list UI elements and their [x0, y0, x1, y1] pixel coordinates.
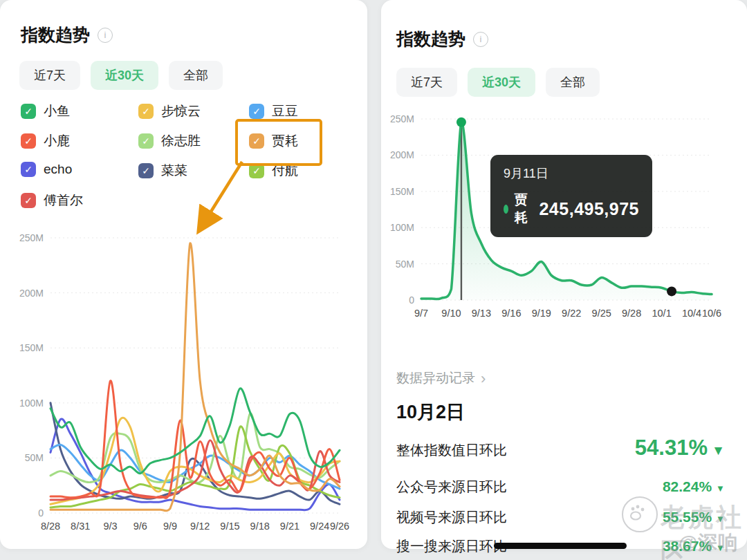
stat-value: 38.67%: [663, 538, 712, 554]
stat-row-overall: 整体指数值日环比 54.31%▼: [396, 436, 725, 460]
svg-text:0: 0: [409, 295, 414, 306]
chevron-right-icon: ›: [481, 372, 486, 385]
legend-label: 菜菜: [161, 162, 187, 180]
stat-label: 视频号来源日环比: [396, 508, 507, 527]
svg-text:200M: 200M: [390, 149, 414, 160]
stat-row-official-account: 公众号来源日环比 82.24%▼: [396, 478, 725, 496]
checkbox-icon: ✓: [249, 104, 264, 119]
svg-text:8/28: 8/28: [41, 521, 60, 532]
legend-item[interactable]: ✓傅首尔: [21, 192, 83, 209]
legend-label: 付航: [272, 162, 298, 180]
tab-last7days[interactable]: 近7天: [396, 68, 457, 97]
svg-text:9/18: 9/18: [250, 521, 270, 532]
page-title: 指数趋势 i: [396, 28, 488, 50]
legend-label: 豆豆: [272, 102, 298, 120]
stat-label: 公众号来源日环比: [396, 478, 507, 496]
svg-text:9/26: 9/26: [330, 521, 349, 532]
info-icon[interactable]: i: [473, 32, 488, 47]
svg-text:9/12: 9/12: [190, 521, 210, 532]
tooltip-value: 245,495,975: [539, 199, 639, 219]
page: { "left_panel": { "title": "指数趋势", "tabs…: [0, 0, 747, 560]
svg-text:0: 0: [38, 507, 44, 519]
legend-item-highlighted[interactable]: ✓贾耗: [249, 132, 298, 150]
anomaly-records-link[interactable]: 数据异动记录 ›: [396, 369, 486, 387]
legend-item[interactable]: ✓徐志胜: [138, 132, 201, 150]
checkbox-icon: ✓: [138, 133, 154, 149]
trend-panel-single: 指数趋势 i 近7天 近30天 全部 050M100M150M200M250M9…: [381, 0, 747, 549]
legend-label: 徐志胜: [161, 132, 201, 150]
trend-panel-multi: 指数趋势 i 近7天 近30天 全部 ✓小鱼 ✓步惊云 ✓豆豆 ✓小鹿 ✓徐志胜…: [0, 0, 367, 549]
legend-item[interactable]: ✓步惊云: [138, 102, 201, 120]
checkbox-icon: ✓: [21, 133, 36, 149]
svg-text:150M: 150M: [19, 342, 44, 353]
legend-item[interactable]: ✓小鹿: [21, 132, 70, 150]
legend-item[interactable]: ✓付航: [249, 162, 298, 180]
legend-item[interactable]: ✓豆豆: [249, 102, 298, 120]
tab-last30days[interactable]: 近30天: [468, 68, 535, 97]
checkbox-icon: ✓: [249, 163, 264, 178]
tab-all[interactable]: 全部: [546, 68, 600, 97]
stat-value: 54.31%: [635, 436, 708, 460]
svg-text:9/13: 9/13: [472, 308, 491, 319]
checkbox-icon: ✓: [21, 104, 36, 119]
svg-text:150M: 150M: [390, 186, 414, 197]
chart-tooltip: 9月11日 贾耗 245,495,975: [490, 155, 652, 237]
down-triangle-icon: ▼: [716, 514, 725, 524]
tooltip-series-name: 贾耗: [515, 191, 528, 227]
svg-text:9/9: 9/9: [163, 521, 177, 532]
svg-text:9/6: 9/6: [133, 521, 147, 532]
series-legend: ✓小鱼 ✓步惊云 ✓豆豆 ✓小鹿 ✓徐志胜 ✓贾耗 ✓echo ✓菜菜 ✓付航 …: [21, 102, 353, 221]
svg-text:9/22: 9/22: [562, 308, 581, 319]
tab-all[interactable]: 全部: [169, 61, 223, 90]
stat-row-video-account: 视频号来源日环比 55.55%▼: [396, 508, 725, 527]
info-icon[interactable]: i: [98, 28, 113, 43]
svg-text:9/3: 9/3: [103, 521, 117, 532]
svg-text:10/4: 10/4: [682, 308, 701, 319]
down-triangle-icon: ▼: [716, 543, 725, 553]
tab-last30days[interactable]: 近30天: [91, 61, 158, 90]
svg-text:250M: 250M: [19, 232, 44, 243]
svg-text:50M: 50M: [396, 259, 414, 270]
svg-text:8/31: 8/31: [71, 521, 90, 532]
checkbox-icon: ✓: [138, 104, 154, 119]
stat-value: 82.24%: [663, 478, 712, 494]
checkbox-icon: ✓: [21, 193, 36, 208]
svg-text:250M: 250M: [390, 113, 414, 124]
legend-label: echo: [44, 162, 72, 177]
time-range-tabs: 近7天 近30天 全部: [19, 61, 223, 90]
svg-text:9/16: 9/16: [501, 308, 521, 319]
legend-label: 傅首尔: [44, 192, 83, 209]
legend-item[interactable]: ✓小鱼: [21, 102, 70, 120]
stat-label: 搜一搜来源日环比: [396, 537, 507, 556]
anomaly-date: 10月2日: [396, 400, 465, 424]
legend-label: 小鹿: [44, 132, 70, 150]
svg-text:9/10: 9/10: [441, 308, 461, 319]
svg-text:9/25: 9/25: [592, 308, 611, 319]
svg-text:9/15: 9/15: [220, 521, 239, 532]
down-triangle-icon: ▼: [716, 483, 725, 494]
svg-text:9/24: 9/24: [310, 521, 329, 532]
panel-title-text: 指数趋势: [396, 28, 465, 50]
multi-series-line-chart[interactable]: 050M100M150M200M250M8/288/319/39/69/99/1…: [0, 228, 367, 548]
svg-text:100M: 100M: [19, 398, 44, 409]
legend-item[interactable]: ✓菜菜: [138, 162, 187, 180]
down-triangle-icon: ▼: [712, 443, 725, 458]
legend-label: 贾耗: [272, 132, 298, 150]
svg-text:9/7: 9/7: [414, 308, 428, 319]
svg-text:9/21: 9/21: [280, 521, 299, 532]
legend-item[interactable]: ✓echo: [21, 162, 72, 177]
redaction-bar: [494, 543, 627, 549]
series-dot-icon: [504, 205, 508, 214]
anomaly-link-label: 数据异动记录: [396, 369, 475, 387]
legend-label: 小鱼: [44, 102, 70, 120]
svg-text:200M: 200M: [19, 288, 44, 299]
tooltip-date: 9月11日: [504, 165, 639, 182]
svg-text:9/19: 9/19: [532, 308, 551, 319]
legend-label: 步惊云: [161, 102, 201, 120]
svg-text:100M: 100M: [390, 222, 414, 233]
svg-text:9/28: 9/28: [622, 308, 641, 319]
checkbox-icon: ✓: [21, 162, 36, 177]
stat-label: 整体指数值日环比: [396, 441, 507, 460]
tab-last7days[interactable]: 近7天: [19, 61, 80, 90]
page-title: 指数趋势 i: [21, 24, 113, 46]
